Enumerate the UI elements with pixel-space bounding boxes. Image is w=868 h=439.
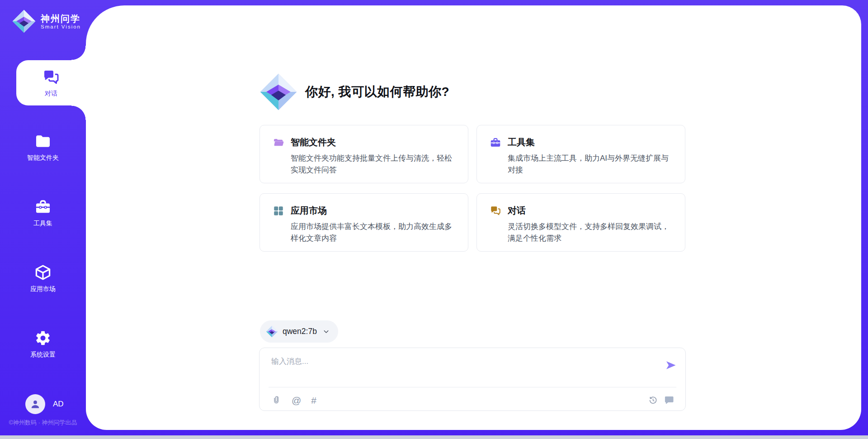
send-icon — [665, 359, 677, 372]
copyright-text: ©神州数码 · 神州问学出品 — [0, 419, 86, 427]
greeting-text: 你好, 我可以如何帮助你? — [305, 83, 449, 100]
paperclip-icon — [272, 396, 282, 405]
toolbox-icon — [490, 137, 501, 148]
send-button[interactable] — [665, 359, 677, 372]
sidebar-item-label: 对话 — [45, 90, 57, 98]
topic-button[interactable]: # — [311, 396, 316, 405]
composer-divider — [269, 387, 676, 387]
card-description: 灵活切换多模型文件，支持多样回复效果调试，满足个性化需求 — [508, 221, 672, 244]
card-title: 智能文件夹 — [291, 136, 336, 148]
brand-subtitle: Smart Vision — [41, 24, 81, 29]
feature-cards: 智能文件夹 智能文件夹功能支持批量文件上传与清洗，轻松实现文件问答 工具集 集成… — [259, 125, 685, 252]
folder-icon — [34, 133, 52, 150]
history-icon — [648, 396, 658, 405]
chat-bubbles-icon — [42, 68, 60, 86]
card-description: 智能文件夹功能支持批量文件上传与清洗，轻松实现文件问答 — [291, 153, 455, 176]
sidebar-item-label: 工具集 — [33, 220, 52, 228]
sidebar-item-label: 应用市场 — [30, 285, 56, 293]
chevron-down-icon — [322, 328, 330, 335]
card-chat[interactable]: 对话 灵活切换多模型文件，支持多样回复效果调试，满足个性化需求 — [476, 193, 685, 252]
person-icon — [29, 398, 41, 410]
sidebar-item-settings[interactable]: 系统设置 — [0, 322, 86, 366]
main-panel: 你好, 我可以如何帮助你? 智能文件夹 智能文件夹功能支持批量文件上传与清洗，轻… — [86, 5, 861, 430]
page-bottom-edge — [0, 435, 868, 439]
hash-icon: # — [311, 396, 316, 405]
sidebar-item-market[interactable]: 应用市场 — [0, 257, 86, 300]
history-button[interactable] — [648, 396, 658, 405]
gear-icon — [34, 329, 52, 347]
sidebar-item-folders[interactable]: 智能文件夹 — [0, 125, 86, 169]
model-selector[interactable]: qwen2:7b — [260, 320, 338, 343]
card-description: 应用市场提供丰富长文本模板，助力高效生成多样化文章内容 — [291, 221, 455, 244]
card-app-market[interactable]: 应用市场 应用市场提供丰富长文本模板，助力高效生成多样化文章内容 — [259, 193, 468, 252]
model-gem-icon — [266, 325, 278, 338]
model-name: qwen2:7b — [283, 327, 317, 336]
folder-open-icon — [273, 137, 284, 148]
user-initials: AD — [53, 400, 64, 409]
card-toolset[interactable]: 工具集 集成市场上主流工具，助力AI与外界无缝扩展与对接 — [476, 125, 685, 183]
feedback-button[interactable] — [664, 395, 675, 406]
active-item-top-curve — [71, 46, 86, 60]
sidebar-item-label: 智能文件夹 — [27, 154, 59, 162]
app-grid-icon — [273, 205, 284, 217]
attach-file-button[interactable] — [272, 396, 282, 405]
composer-toolbar: @ # — [272, 393, 675, 407]
at-icon: @ — [292, 396, 301, 405]
avatar — [25, 394, 45, 414]
brand-logo: 神州问学 Smart Vision — [12, 9, 81, 33]
card-smart-folders[interactable]: 智能文件夹 智能文件夹功能支持批量文件上传与清洗，轻松实现文件问答 — [259, 125, 468, 183]
card-title: 工具集 — [508, 136, 535, 148]
app-screen: 神州问学 Smart Vision 对话 智能文件夹 — [0, 0, 868, 439]
assistant-gem-icon — [259, 72, 298, 111]
greeting: 你好, 我可以如何帮助你? — [259, 72, 449, 111]
toolbox-icon — [34, 198, 52, 215]
brand-title: 神州问学 — [41, 14, 81, 24]
brand-gem-icon — [12, 9, 36, 33]
sidebar-item-label: 系统设置 — [30, 351, 56, 359]
card-description: 集成市场上主流工具，助力AI与外界无缝扩展与对接 — [508, 153, 672, 176]
sidebar-item-tools[interactable]: 工具集 — [0, 191, 86, 234]
active-item-bottom-curve — [71, 105, 86, 120]
sidebar: 神州问学 Smart Vision 对话 智能文件夹 — [0, 0, 86, 435]
comment-icon — [664, 395, 675, 406]
chat-bubbles-icon — [490, 205, 501, 217]
cube-icon — [34, 264, 52, 281]
card-title: 对话 — [508, 205, 526, 217]
sidebar-item-chat[interactable]: 对话 — [16, 60, 86, 105]
mention-button[interactable]: @ — [292, 396, 301, 405]
card-title: 应用市场 — [291, 205, 327, 217]
message-input[interactable] — [271, 356, 656, 382]
user-menu[interactable]: AD — [25, 394, 64, 414]
message-composer: @ # — [259, 348, 686, 411]
